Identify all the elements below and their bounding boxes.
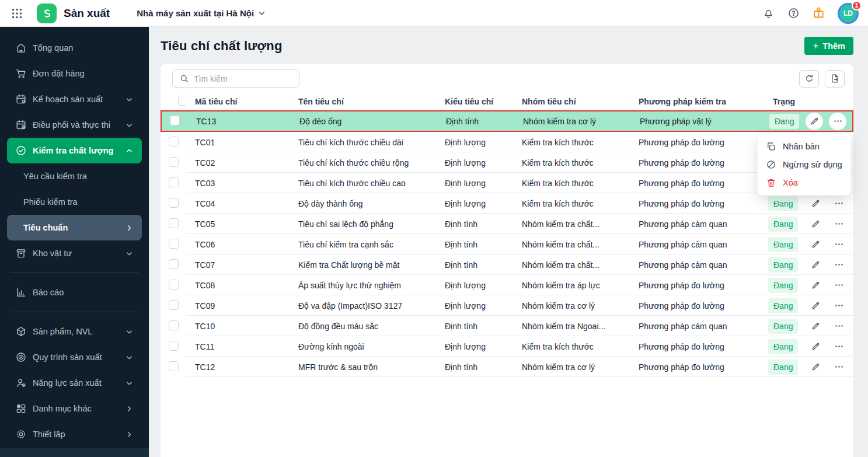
bell-icon[interactable]	[761, 6, 775, 20]
row-checkbox[interactable]	[169, 198, 179, 208]
context-menu-item[interactable]: Ngừng sử dụng	[758, 155, 850, 173]
row-checkbox[interactable]	[169, 157, 179, 167]
ban-icon	[766, 159, 776, 170]
user-avatar[interactable]: LD 1	[838, 3, 859, 24]
row-checkbox[interactable]	[169, 259, 179, 269]
cell-group: Kiểm tra kích thước	[513, 179, 629, 188]
cell-method: Phương pháp đo lường	[629, 342, 764, 351]
search-box[interactable]	[172, 69, 299, 88]
sidebar-item[interactable]: Thiết lập	[7, 421, 142, 447]
sidebar-item[interactable]: Điều phối và thực thi	[7, 112, 142, 138]
column-header-type[interactable]: Kiểu tiêu chí	[435, 97, 513, 106]
select-all-checkbox[interactable]	[178, 96, 186, 106]
refresh-button[interactable]	[799, 70, 819, 88]
more-actions-icon[interactable]	[830, 236, 848, 253]
sidebar-item[interactable]: Năng lực sản xuất	[7, 370, 142, 396]
more-actions-icon[interactable]	[830, 256, 848, 274]
sidebar-item[interactable]: Phiếu kiểm tra	[7, 189, 142, 215]
more-actions-icon[interactable]	[830, 277, 848, 294]
cell-method: Phương pháp vật lý	[630, 117, 765, 126]
row-checkbox[interactable]	[169, 239, 179, 249]
table-row[interactable]: TC13 Độ dẻo ống Định tính Nhóm kiểm tra …	[161, 110, 853, 132]
edit-icon[interactable]	[807, 236, 824, 253]
row-checkbox[interactable]	[169, 320, 179, 330]
context-menu: Nhân bản Ngừng sử dụng Xóa	[757, 133, 851, 196]
more-actions-icon[interactable]	[830, 297, 848, 315]
edit-icon[interactable]	[807, 195, 824, 212]
column-header-code[interactable]: Mã tiêu chí	[186, 97, 289, 106]
sidebar-item[interactable]: Tiêu chuẩn	[7, 215, 142, 240]
row-checkbox[interactable]	[169, 177, 179, 187]
context-menu-item[interactable]: Nhân bản	[758, 137, 850, 155]
more-actions-icon[interactable]	[830, 195, 848, 212]
edit-icon[interactable]	[807, 358, 824, 376]
add-button[interactable]: + Thêm	[804, 37, 853, 55]
row-checkbox[interactable]	[169, 341, 179, 351]
sidebar-item[interactable]: Đơn đặt hàng	[7, 61, 142, 86]
row-checkbox[interactable]	[169, 300, 179, 310]
row-checkbox[interactable]	[170, 116, 180, 125]
table-row[interactable]: TC10 Độ đồng đều màu sắc Định tính Nhóm …	[161, 316, 853, 336]
factory-selector[interactable]: Nhà máy sản xuất tại Hà Nội	[137, 8, 266, 18]
more-actions-icon[interactable]	[830, 358, 848, 376]
cell-type: Định tính	[435, 260, 513, 270]
table-row[interactable]: TC05 Tiêu chí sai lệch độ phẳng Định tín…	[161, 214, 853, 234]
sidebar-item[interactable]: Quy trình sản xuất	[7, 344, 142, 370]
cell-name: Tiêu chí sai lệch độ phẳng	[289, 219, 435, 229]
main-content: Tiêu chí chất lượng + Thêm	[149, 27, 868, 457]
sidebar-item[interactable]: Yêu cầu kiểm tra	[7, 163, 142, 189]
cell-group: Nhóm kiểm tra chất...	[513, 219, 629, 229]
app-logo-icon[interactable]	[37, 4, 57, 23]
guide-icon[interactable]	[811, 6, 825, 20]
export-button[interactable]	[825, 70, 845, 88]
column-header-name[interactable]: Tên tiêu chí	[289, 97, 435, 106]
search-icon	[179, 74, 189, 83]
edit-icon[interactable]	[807, 338, 824, 355]
edit-icon[interactable]	[806, 113, 823, 130]
factory-selector-label: Nhà máy sản xuất tại Hà Nội	[137, 8, 254, 18]
sidebar-item[interactable]: Kho vật tư	[7, 240, 142, 266]
column-header-method[interactable]: Phương pháp kiểm tra	[629, 97, 764, 106]
column-header-status[interactable]: Trạng	[764, 97, 853, 106]
more-actions-icon[interactable]	[830, 215, 848, 233]
help-icon[interactable]	[786, 6, 800, 20]
more-actions-icon[interactable]	[829, 113, 846, 130]
context-menu-item[interactable]: Xóa	[758, 173, 850, 191]
table-row[interactable]: TC03 Tiêu chí kích thước chiều cao Định …	[161, 173, 853, 193]
row-checkbox[interactable]	[169, 361, 179, 371]
column-header-group[interactable]: Nhóm tiêu chí	[513, 97, 629, 106]
more-actions-icon[interactable]	[830, 318, 848, 335]
sidebar-item[interactable]: Kiểm tra chất lượng	[7, 138, 142, 163]
apps-grid-icon[interactable]	[9, 6, 25, 21]
sidebar-item[interactable]: Báo cáo	[7, 280, 142, 305]
sidebar-item[interactable]: Sản phẩm, NVL	[7, 319, 142, 344]
table-row[interactable]: TC11 Đường kính ngoài Định lượng Kiểm tr…	[161, 336, 853, 357]
table-row[interactable]: TC06 Tiêu chí kiểm tra cạnh sắc Định tín…	[161, 234, 853, 254]
sidebar-item[interactable]: Tổng quan	[7, 35, 142, 61]
sidebar-item-label: Yêu cầu kiểm tra	[23, 172, 134, 181]
chevron-down-icon	[257, 9, 266, 18]
edit-icon[interactable]	[807, 318, 824, 335]
table-row[interactable]: TC12 MFR trước & sau trộn Định tính Nhóm…	[161, 357, 853, 377]
row-checkbox[interactable]	[169, 218, 179, 228]
table-row[interactable]: TC08 Áp suất thủy lực thử nghiệm Định lư…	[161, 275, 853, 295]
sidebar-item-label: Tiêu chuẩn	[23, 223, 118, 232]
cell-group: Kiểm tra kích thước	[513, 199, 629, 208]
row-checkbox[interactable]	[169, 137, 179, 146]
row-checkbox[interactable]	[169, 280, 179, 289]
table-row[interactable]: TC09 Độ va đập (Impact)ISO 3127 Định lượ…	[161, 295, 853, 316]
edit-icon[interactable]	[807, 256, 824, 274]
edit-icon[interactable]	[807, 297, 824, 315]
table-row[interactable]: TC04 Độ dày thành ống Định lượng Kiểm tr…	[161, 193, 853, 214]
table-row[interactable]: TC01 Tiêu chí kích thước chiều dài Định …	[161, 132, 853, 152]
sidebar-item[interactable]: Kế hoạch sản xuất	[7, 86, 142, 112]
edit-icon[interactable]	[807, 277, 824, 294]
cell-name: Tiêu chí kích thước chiều rộng	[289, 158, 435, 168]
status-badge: Đang	[768, 360, 798, 375]
table-row[interactable]: TC02 Tiêu chí kích thước chiều rộng Định…	[161, 152, 853, 173]
sidebar-item[interactable]: Danh mục khác	[7, 396, 142, 421]
more-actions-icon[interactable]	[830, 338, 848, 355]
edit-icon[interactable]	[807, 215, 824, 233]
table-row[interactable]: TC07 Kiểm tra Chất lượng bề mặt Định tín…	[161, 254, 853, 275]
search-input[interactable]	[194, 74, 292, 83]
